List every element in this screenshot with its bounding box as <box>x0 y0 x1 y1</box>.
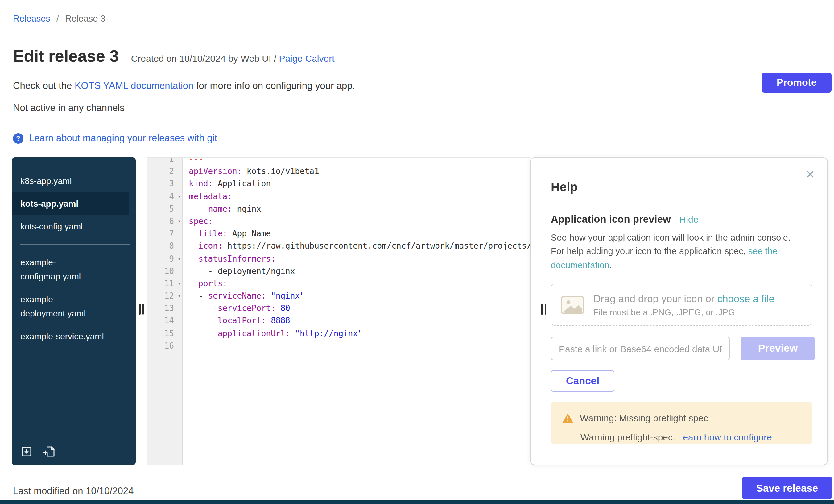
last-modified-text: Last modified on 10/10/2024 <box>13 485 134 497</box>
panel-resize-handle[interactable] <box>541 304 546 314</box>
fold-toggle-icon[interactable]: ▾ <box>178 190 181 203</box>
code-line[interactable]: icon: https://raw.githubusercontent.com/… <box>182 240 530 253</box>
fold-toggle-icon[interactable]: ▾ <box>178 253 181 265</box>
icon-preview-description: See how your application icon will look … <box>551 231 799 272</box>
icon-preview-section-header: Application icon preview Hide <box>551 214 698 225</box>
dropzone-text: Drag and drop your icon or choose a file… <box>593 293 774 317</box>
line-number: 11▾ <box>147 278 182 290</box>
fold-toggle-icon[interactable]: ▾ <box>178 290 181 302</box>
code-line[interactable]: title: App Name <box>182 228 530 240</box>
editor-line: 15 applicationUrl: "http://nginx" <box>147 327 530 339</box>
file-tree-panel: k8s-app.yamlkots-app.yamlkots-config.yam… <box>12 157 136 465</box>
help-panel-title: Help <box>551 180 578 194</box>
line-number: 14 <box>147 315 182 327</box>
upload-file-icon[interactable] <box>20 445 33 458</box>
bottom-bar <box>0 500 834 504</box>
line-number: 7 <box>147 228 182 240</box>
file-tree-actions <box>20 445 56 458</box>
help-panel: ✕ Help Application icon preview Hide See… <box>530 157 828 465</box>
line-number: 2 <box>147 165 182 178</box>
git-releases-link[interactable]: Learn about managing your releases with … <box>29 133 217 144</box>
fold-toggle-icon[interactable]: ▾ <box>178 215 181 228</box>
warning-icon <box>562 413 574 423</box>
close-icon[interactable]: ✕ <box>806 168 815 181</box>
help-circle-icon: ? <box>13 133 23 144</box>
kots-yaml-docs-link[interactable]: KOTS YAML documentation <box>75 80 193 91</box>
code-line[interactable]: apiVersion: kots.io/v1beta1 <box>182 165 530 178</box>
release-editor-page: Releases / Release 3 Edit release 3 Crea… <box>0 0 834 504</box>
created-text: Created on 10/10/2024 by Web UI / <box>131 53 279 64</box>
breadcrumb-current: Release 3 <box>65 14 106 23</box>
warning-detail-text: Warning preflight-spec. <box>580 432 678 442</box>
cancel-button[interactable]: Cancel <box>551 370 614 392</box>
choose-file-link[interactable]: choose a file <box>718 293 774 304</box>
breadcrumb-separator: / <box>57 14 59 23</box>
line-number: 8 <box>147 240 182 253</box>
code-line[interactable]: statusInformers: <box>182 253 530 265</box>
code-line[interactable]: name: nginx <box>182 203 530 215</box>
line-number: 13 <box>147 303 182 315</box>
page-title: Edit release 3 <box>13 47 119 66</box>
editor-line: 12▾ - serviceName: "nginx" <box>147 290 530 302</box>
file-tree-item[interactable]: k8s-app.yaml <box>12 170 107 193</box>
file-tree-bottom-divider <box>20 439 130 439</box>
file-tree-item[interactable]: example-deployment.yaml <box>12 288 107 325</box>
file-tree-item[interactable]: kots-app.yaml <box>12 193 129 215</box>
icon-dropzone[interactable]: Drag and drop your icon or choose a file… <box>551 284 812 326</box>
editor-line: 4▾metadata: <box>147 190 530 203</box>
dropzone-file-types: File must be a .PNG, .JPEG, or .JPG <box>593 307 774 317</box>
file-tree-divider <box>20 244 130 245</box>
code-line[interactable]: localPort: 8888 <box>182 315 530 327</box>
learn-configure-link[interactable]: Learn how to configure <box>678 432 772 442</box>
fold-toggle-icon[interactable]: ▾ <box>178 278 181 290</box>
icon-url-input[interactable] <box>551 337 730 360</box>
promote-button[interactable]: Promote <box>762 73 832 92</box>
editor-line: 7 title: App Name <box>147 228 530 240</box>
git-help-row: ? Learn about managing your releases wit… <box>13 133 217 144</box>
docs-hint-text-after: for more info on configuring your app. <box>193 80 355 91</box>
channel-status: Not active in any channels <box>13 103 125 113</box>
code-line[interactable]: metadata: <box>182 190 530 203</box>
code-line[interactable]: kind: Application <box>182 178 530 190</box>
yaml-editor[interactable]: 1---2apiVersion: kots.io/v1beta13kind: A… <box>147 157 530 465</box>
author-link[interactable]: Paige Calvert <box>279 53 334 64</box>
preview-button[interactable]: Preview <box>741 337 815 360</box>
code-line[interactable]: spec: <box>182 215 530 228</box>
dropzone-instruction: Drag and drop your icon or <box>593 293 718 304</box>
editor-line: 5 name: nginx <box>147 203 530 215</box>
icon-preview-heading: Application icon preview <box>551 214 671 225</box>
docs-hint: Check out the KOTS YAML documentation fo… <box>13 80 355 91</box>
editor-line: 10 - deployment/nginx <box>147 265 530 277</box>
description-text-after: . <box>610 260 612 270</box>
file-tree-item[interactable]: example-service.yaml <box>12 325 107 348</box>
code-line[interactable] <box>182 340 530 352</box>
file-tree-list: k8s-app.yamlkots-app.yamlkots-config.yam… <box>12 170 136 348</box>
warning-banner: Warning: Missing preflight spec Warning … <box>551 401 812 444</box>
file-tree-item[interactable]: example-configmap.yaml <box>12 251 107 288</box>
line-number: 6▾ <box>147 215 182 228</box>
new-file-icon[interactable] <box>43 445 56 458</box>
editor-line: 6▾spec: <box>147 215 530 228</box>
line-number: 4▾ <box>147 190 182 203</box>
file-tree-item[interactable]: kots-config.yaml <box>12 215 107 238</box>
line-number: 15 <box>147 327 182 339</box>
save-release-button[interactable]: Save release <box>742 477 832 499</box>
editor-line: 1--- <box>147 157 530 165</box>
editor-line: 16 <box>147 340 530 352</box>
code-line[interactable]: applicationUrl: "http://nginx" <box>182 327 530 339</box>
code-line[interactable]: --- <box>182 157 530 165</box>
breadcrumb-releases-link[interactable]: Releases <box>13 14 50 23</box>
line-number: 3 <box>147 178 182 190</box>
docs-hint-text-before: Check out the <box>13 80 75 91</box>
code-line[interactable]: - serviceName: "nginx" <box>182 290 530 302</box>
hide-link[interactable]: Hide <box>679 214 699 224</box>
warning-text: Warning: Missing preflight spec <box>580 413 708 423</box>
editor-line: 3kind: Application <box>147 178 530 190</box>
line-number: 12▾ <box>147 290 182 302</box>
code-line[interactable]: - deployment/nginx <box>182 265 530 277</box>
code-line[interactable]: servicePort: 80 <box>182 303 530 315</box>
line-number: 16 <box>147 340 182 352</box>
line-number: 10 <box>147 265 182 277</box>
code-line[interactable]: ports: <box>182 278 530 290</box>
panel-resize-handle[interactable] <box>139 304 144 314</box>
